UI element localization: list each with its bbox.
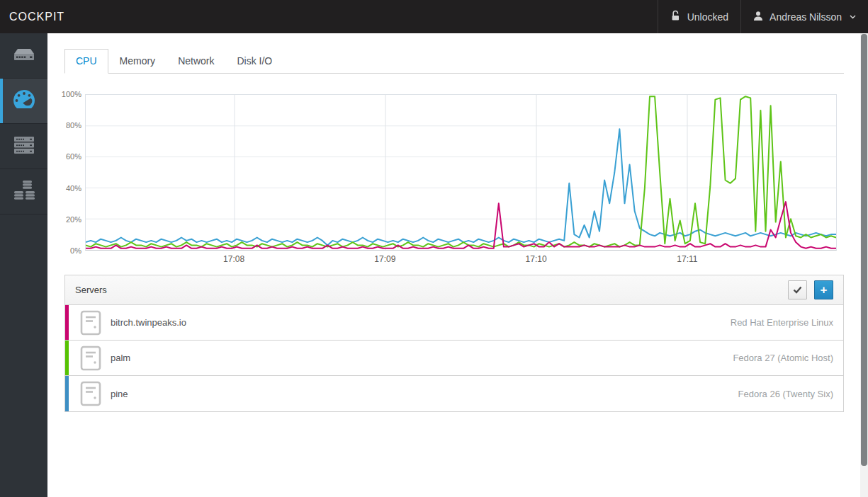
servers-panel-title: Servers — [75, 285, 107, 295]
gridlines — [86, 95, 836, 250]
graph-tabbar: CPU Memory Network Disk I/O — [64, 48, 844, 74]
y-tick: 20% — [66, 215, 81, 224]
server-rack-icon — [12, 135, 36, 158]
y-tick: 80% — [66, 121, 81, 130]
host-server-icon — [11, 47, 37, 65]
lock-status-label: Unlocked — [687, 11, 728, 23]
tab-cpu[interactable]: CPU — [64, 49, 108, 74]
server-row[interactable]: pine Fedora 26 (Twenty Six) — [65, 376, 843, 411]
edit-servers-button[interactable] — [788, 280, 807, 299]
plot-area — [85, 94, 837, 251]
tab-memory[interactable]: Memory — [108, 49, 167, 74]
user-name: Andreas Nilsson — [770, 11, 842, 23]
y-tick: 0% — [70, 246, 81, 255]
x-tick: 17:11 — [677, 254, 697, 264]
chevron-down-icon — [850, 15, 856, 19]
top-navbar: COCKPIT Unlocked Andreas Nilsson — [0, 0, 868, 33]
server-color-stripe — [65, 305, 69, 340]
plus-icon: + — [821, 284, 828, 296]
x-tick: 17:08 — [223, 254, 244, 264]
server-row[interactable]: palm Fedora 27 (Atomic Host) — [65, 341, 843, 376]
x-tick: 17:10 — [526, 254, 547, 264]
sidebar — [0, 33, 47, 497]
cockpit-brand: COCKPIT — [0, 0, 64, 33]
cpu-usage-chart: 100% 80% 60% 40% 20% 0% — [64, 94, 844, 251]
main-content: CPU Memory Network Disk I/O 100% 80% 60%… — [47, 33, 860, 497]
user-icon — [753, 11, 763, 23]
sidebar-item-dashboard[interactable] — [0, 79, 47, 124]
x-axis-labels: 17:08 17:09 17:10 17:11 — [85, 251, 837, 266]
lock-status[interactable]: Unlocked — [658, 0, 740, 33]
server-os: Fedora 27 (Atomic Host) — [733, 353, 833, 363]
sidebar-item-rack[interactable] — [0, 124, 47, 169]
unlock-icon — [670, 10, 681, 23]
dashboard-gauge-icon — [11, 88, 38, 114]
y-tick: 40% — [66, 184, 81, 193]
sidebar-item-cluster[interactable] — [0, 169, 47, 215]
sidebar-item-host[interactable] — [0, 33, 47, 79]
server-os: Fedora 26 (Twenty Six) — [738, 389, 833, 399]
tab-disk-io[interactable]: Disk I/O — [225, 49, 283, 74]
check-icon — [793, 286, 802, 294]
server-hostname: pine — [111, 389, 128, 399]
server-tower-icon — [80, 345, 101, 371]
vertical-scrollbar[interactable] — [860, 33, 868, 497]
server-tower-icon — [80, 310, 101, 336]
tab-network[interactable]: Network — [167, 49, 225, 74]
server-color-stripe — [65, 341, 69, 375]
servers-panel-header: Servers + — [65, 275, 843, 305]
user-menu[interactable]: Andreas Nilsson — [740, 0, 868, 33]
y-tick: 60% — [66, 152, 81, 161]
chart-svg — [86, 95, 836, 250]
scrollbar-thumb[interactable] — [861, 34, 867, 466]
servers-panel: Servers + bitrch.twinpeaks.io Red Hat En… — [64, 275, 844, 412]
server-os: Red Hat Enterprise Linux — [731, 317, 833, 328]
server-hostname: bitrch.twinpeaks.io — [111, 317, 186, 328]
add-server-button[interactable]: + — [814, 280, 833, 299]
server-hostname: palm — [111, 353, 130, 363]
server-color-stripe — [65, 376, 69, 411]
y-tick: 100% — [62, 90, 81, 98]
server-tower-icon — [80, 381, 101, 406]
x-tick: 17:09 — [374, 254, 395, 264]
y-axis-labels: 100% 80% 60% 40% 20% 0% — [64, 94, 85, 251]
server-row[interactable]: bitrch.twinpeaks.io Red Hat Enterprise L… — [65, 305, 843, 341]
cluster-topology-icon — [12, 180, 36, 204]
series-palm — [86, 96, 836, 246]
